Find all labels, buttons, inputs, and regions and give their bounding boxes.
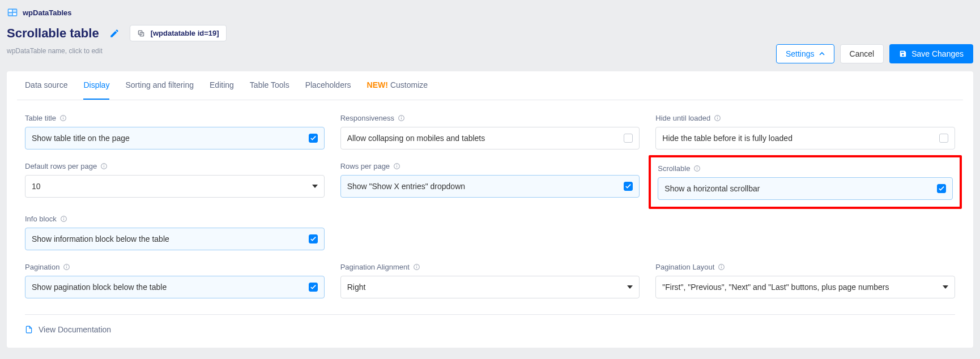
divider [25, 314, 955, 315]
field-pagination: Pagination Show pagination block below t… [25, 263, 325, 298]
select-layout-value: "First", "Previous", "Next" and "Last" b… [662, 283, 889, 292]
document-icon [25, 326, 33, 334]
toggle-rows-per-page[interactable]: Show "Show X entries" dropdown [340, 175, 640, 198]
chevron-down-icon [627, 285, 633, 289]
svg-rect-2 [13, 10, 16, 12]
tab-table-tools[interactable]: Table Tools [250, 71, 289, 100]
select-default-rows-value: 10 [32, 182, 41, 191]
brand-bar: wpDataTables [7, 7, 973, 18]
field-hide-until-loaded: Hide until loaded Hide the table before … [655, 114, 955, 149]
save-icon [899, 50, 907, 58]
field-pagination-layout: Pagination Layout "First", "Previous", "… [655, 263, 955, 298]
tab-sorting[interactable]: Sorting and filtering [125, 71, 194, 100]
select-align-value: Right [347, 283, 366, 292]
tab-data-source[interactable]: Data source [25, 71, 67, 100]
save-label: Save Changes [911, 49, 964, 58]
info-icon[interactable] [100, 163, 108, 170]
field-info-block: Info block Show information block below … [25, 215, 325, 250]
chevron-down-icon [312, 185, 318, 188]
info-icon[interactable] [718, 263, 725, 271]
tab-placeholders[interactable]: Placeholders [305, 71, 351, 100]
checkbox-hide-until-loaded[interactable] [939, 134, 948, 143]
svg-point-27 [63, 217, 64, 218]
label-scrollable: Scrollable [658, 164, 690, 173]
info-icon[interactable] [59, 114, 67, 122]
info-icon[interactable] [60, 215, 67, 223]
cancel-button[interactable]: Cancel [840, 44, 884, 63]
svg-point-33 [416, 266, 417, 266]
svg-point-15 [717, 117, 718, 117]
toggle-table-title[interactable]: Show table title on the page [25, 127, 325, 149]
field-table-title: Table title Show table title on the page [25, 114, 325, 149]
tab-customize[interactable]: NEW!Customize [367, 71, 428, 100]
field-responsiveness: Responsiveness Allow collapsing on mobil… [340, 114, 640, 149]
toggle-scrollable[interactable]: Show a horizontal scrollbar [658, 177, 953, 200]
doc-link-label: View Documentation [39, 325, 111, 334]
label-pagination-alignment: Pagination Alignment [340, 263, 410, 271]
checkbox-info-block[interactable] [309, 234, 318, 243]
checkbox-rows-per-page[interactable] [624, 182, 633, 191]
save-button[interactable]: Save Changes [889, 44, 973, 63]
tab-editing[interactable]: Editing [210, 71, 234, 100]
label-pagination-layout: Pagination Layout [655, 263, 714, 271]
info-icon[interactable] [393, 163, 400, 170]
checkbox-table-title[interactable] [309, 134, 318, 143]
info-icon[interactable] [693, 165, 701, 172]
toggle-pagination-text: Show pagination block below the table [32, 283, 167, 292]
label-hide-until-loaded: Hide until loaded [655, 114, 710, 122]
checkbox-responsiveness[interactable] [624, 134, 633, 143]
header-actions: Settings Cancel Save Changes [776, 44, 973, 63]
copy-icon[interactable] [137, 29, 145, 37]
cancel-label: Cancel [850, 49, 875, 58]
field-default-rows: Default rows per page 10 [25, 162, 325, 202]
label-default-rows: Default rows per page [25, 162, 97, 170]
toggle-scrollable-text: Show a horizontal scrollbar [664, 184, 760, 193]
select-pagination-alignment[interactable]: Right [340, 276, 640, 298]
tabs-bar: Data source Display Sorting and filterin… [17, 71, 963, 100]
svg-point-18 [104, 165, 104, 165]
chevron-down-icon [943, 285, 948, 289]
new-badge: NEW! [367, 80, 388, 89]
svg-point-30 [67, 266, 67, 266]
info-icon[interactable] [714, 114, 721, 122]
toggle-hide-text: Hide the table before it is fully loaded [662, 134, 792, 143]
svg-point-24 [697, 167, 698, 168]
svg-rect-3 [8, 13, 12, 15]
checkbox-scrollable[interactable] [937, 184, 946, 193]
select-pagination-layout[interactable]: "First", "Previous", "Next" and "Last" b… [655, 276, 955, 298]
settings-panel: Data source Display Sorting and filterin… [7, 71, 973, 348]
svg-point-12 [401, 117, 402, 117]
toggle-pagination[interactable]: Show pagination block below the table [25, 276, 325, 298]
select-default-rows[interactable]: 10 [25, 175, 325, 198]
svg-point-21 [397, 165, 397, 165]
chevron-up-icon [819, 51, 825, 57]
field-rows-per-page: Rows per page Show "Show X entries" drop… [340, 162, 640, 202]
settings-button[interactable]: Settings [776, 44, 834, 63]
svg-rect-1 [8, 10, 12, 12]
label-pagination: Pagination [25, 263, 59, 271]
label-responsiveness: Responsiveness [340, 114, 394, 122]
info-icon[interactable] [398, 114, 405, 122]
toggle-info-block[interactable]: Show information block below the table [25, 228, 325, 250]
label-rows-per-page: Rows per page [340, 162, 390, 170]
checkbox-pagination[interactable] [309, 283, 318, 292]
toggle-hide-until-loaded[interactable]: Hide the table before it is fully loaded [655, 127, 955, 149]
toggle-info-text: Show information block below the table [32, 234, 169, 243]
settings-label: Settings [786, 49, 815, 58]
svg-rect-4 [13, 13, 16, 15]
label-info-block: Info block [25, 215, 57, 223]
tab-customize-label: Customize [390, 80, 428, 89]
toggle-responsiveness[interactable]: Allow collapsing on mobiles and tablets [340, 127, 640, 149]
tab-display[interactable]: Display [83, 71, 109, 100]
page-title[interactable]: Scrollable table [7, 26, 99, 41]
info-icon[interactable] [413, 263, 420, 271]
edit-title-icon[interactable] [109, 28, 120, 39]
page-subtitle: wpDataTable name, click to edit [7, 47, 227, 55]
field-scrollable: Scrollable Show a horizontal scrollbar [658, 164, 953, 200]
info-icon[interactable] [63, 263, 70, 271]
view-documentation-link[interactable]: View Documentation [17, 325, 119, 334]
toggle-responsiveness-text: Allow collapsing on mobiles and tablets [347, 134, 485, 143]
shortcode-text[interactable]: [wpdatatable id=19] [151, 29, 219, 37]
toggle-table-title-text: Show table title on the page [32, 134, 130, 143]
field-pagination-alignment: Pagination Alignment Right [340, 263, 640, 298]
